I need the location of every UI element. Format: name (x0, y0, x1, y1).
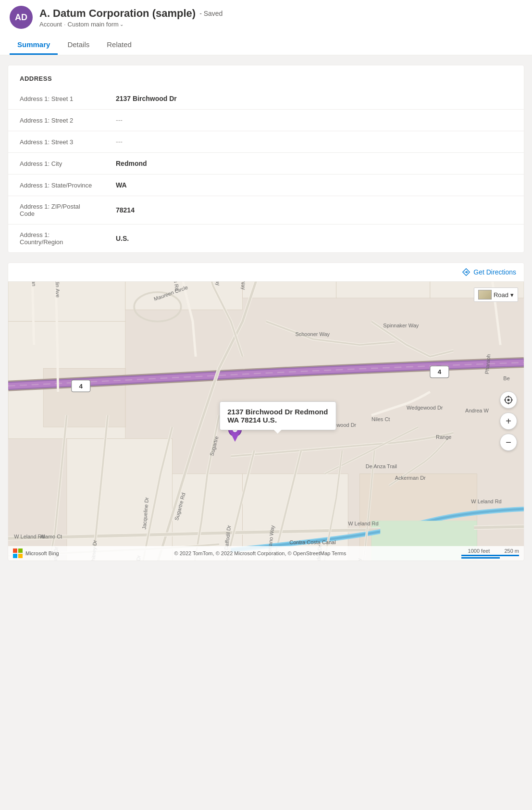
field-label-zip: Address 1: ZIP/Postal Code (8, 196, 104, 224)
bing-squares (13, 548, 23, 558)
tooltip-line1: 2137 Birchwood Dr Redmond (227, 408, 328, 416)
svg-text:W Leland Rd: W Leland Rd (348, 521, 378, 526)
table-row: Address 1: Street 3 --- (8, 131, 524, 153)
map-container[interactable]: 4 4 (8, 282, 524, 561)
scale-1000ft: 1000 feet (468, 548, 490, 554)
entity-name: A. Datum Corporation (sample) (39, 7, 196, 20)
svg-text:De Anza Trail: De Anza Trail (366, 463, 397, 469)
breadcrumb: Account · Custom main form ⌄ (39, 21, 223, 28)
saved-badge: - Saved (199, 10, 223, 17)
address-section-title: ADDRESS (8, 65, 524, 88)
table-row: Address 1: State/Province WA (8, 174, 524, 196)
zoom-in-button[interactable]: + (500, 412, 517, 430)
bing-label: Microsoft Bing (25, 550, 59, 556)
svg-text:Wedgewood Dr: Wedgewood Dr (407, 405, 443, 411)
svg-text:Niles Ct: Niles Ct (371, 416, 390, 422)
field-value-city: Redmond (104, 153, 524, 174)
svg-text:4: 4 (438, 368, 442, 375)
header-top: AD A. Datum Corporation (sample) - Saved… (10, 6, 522, 34)
map-zoom-controls: + − (500, 391, 517, 451)
table-row: Address 1: Street 2 --- (8, 110, 524, 131)
form-selector-dropdown[interactable]: Custom main form ⌄ (68, 21, 124, 28)
tab-summary[interactable]: Summary (10, 36, 58, 55)
field-value-state: WA (104, 174, 524, 196)
map-address-tooltip: 2137 Birchwood Dr Redmond WA 78214 U.S. (219, 401, 336, 430)
svg-rect-65 (18, 554, 23, 558)
field-value-street2: --- (104, 110, 524, 131)
breadcrumb-separator: · (64, 21, 66, 28)
bing-logo: Microsoft Bing (13, 548, 59, 558)
table-row: Address 1: Street 1 2137 Birchwood Dr (8, 88, 524, 110)
get-directions-label: Get Directions (473, 268, 516, 276)
tooltip-line2: WA 78214 U.S. (227, 416, 277, 424)
map-type-control[interactable]: Road ▾ (474, 287, 518, 302)
svg-rect-64 (13, 554, 17, 558)
svg-rect-63 (18, 548, 23, 553)
field-label-street2: Address 1: Street 2 (8, 110, 104, 131)
road-label: Road (494, 291, 508, 299)
location-button[interactable] (500, 391, 517, 409)
tab-details[interactable]: Details (60, 36, 97, 55)
svg-text:W Leland Rd: W Leland Rd (471, 498, 501, 504)
svg-text:Andrea W: Andrea W (465, 408, 489, 413)
field-label-street1: Address 1: Street 1 (8, 88, 104, 110)
map-footer: Microsoft Bing © 2022 TomTom, © 2022 Mic… (8, 546, 524, 561)
avatar: AD (10, 6, 33, 29)
field-value-street1: 2137 Birchwood Dr (104, 88, 524, 110)
svg-text:Clvelan: Clvelan (31, 282, 37, 287)
main-content: ADDRESS Address 1: Street 1 2137 Birchwo… (0, 55, 532, 571)
scale-bar-feet (461, 555, 519, 556)
svg-text:Be: Be (503, 375, 509, 381)
breadcrumb-form-name: Custom main form (68, 21, 119, 28)
svg-text:Franklin Ave: Franklin Ave (54, 282, 61, 298)
page-header: AD A. Datum Corporation (sample) - Saved… (0, 0, 532, 55)
tab-bar: Summary Details Related (10, 36, 522, 55)
map-type-icon (478, 290, 492, 299)
header-text: A. Datum Corporation (sample) - Saved Ac… (39, 7, 223, 28)
svg-rect-1 (8, 282, 125, 322)
field-value-country: U.S. (104, 224, 524, 253)
road-dropdown-icon: ▾ (510, 291, 514, 299)
table-row: Address 1: City Redmond (8, 153, 524, 174)
svg-text:Alamo Ct: Alamo Ct (40, 534, 62, 539)
zoom-out-button[interactable]: − (500, 434, 517, 451)
svg-marker-55 (231, 434, 239, 442)
map-scale: 1000 feet 250 m (461, 548, 519, 559)
svg-rect-6 (336, 282, 430, 298)
field-label-country: Address 1: Country/Region (8, 224, 104, 253)
chevron-down-icon: ⌄ (120, 22, 124, 27)
table-row: Address 1: Country/Region U.S. (8, 224, 524, 253)
svg-text:Contra Costa Canal: Contra Costa Canal (289, 539, 335, 545)
get-directions-button[interactable]: Get Directions (462, 268, 516, 276)
address-card: ADDRESS Address 1: Street 1 2137 Birchwo… (8, 65, 524, 253)
map-copyright: © 2022 TomTom, © 2022 Microsoft Corporat… (174, 550, 346, 556)
field-label-state: Address 1: State/Province (8, 174, 104, 196)
entity-title: A. Datum Corporation (sample) - Saved (39, 7, 223, 20)
svg-text:Ackerman Dr: Ackerman Dr (395, 475, 426, 481)
svg-text:Range: Range (436, 434, 451, 440)
breadcrumb-account: Account (39, 21, 62, 28)
field-value-zip: 78214 (104, 196, 524, 224)
field-label-city: Address 1: City (8, 153, 104, 174)
scale-bar-meters (461, 557, 500, 559)
scale-250m: 250 m (504, 548, 519, 554)
tab-related[interactable]: Related (99, 36, 139, 55)
map-toolbar: Get Directions (8, 263, 524, 282)
table-row: Address 1: ZIP/Postal Code 78214 (8, 196, 524, 224)
svg-text:Spinnaker Way: Spinnaker Way (383, 323, 419, 328)
svg-text:Schooner Way: Schooner Way (295, 331, 330, 337)
svg-rect-62 (13, 548, 17, 553)
field-value-street3: --- (104, 131, 524, 153)
map-card: Get Directions (8, 262, 524, 561)
svg-text:4: 4 (79, 383, 83, 390)
directions-icon (462, 268, 470, 276)
address-table: Address 1: Street 1 2137 Birchwood Dr Ad… (8, 88, 524, 252)
field-label-street3: Address 1: Street 3 (8, 131, 104, 153)
svg-point-57 (507, 399, 510, 401)
